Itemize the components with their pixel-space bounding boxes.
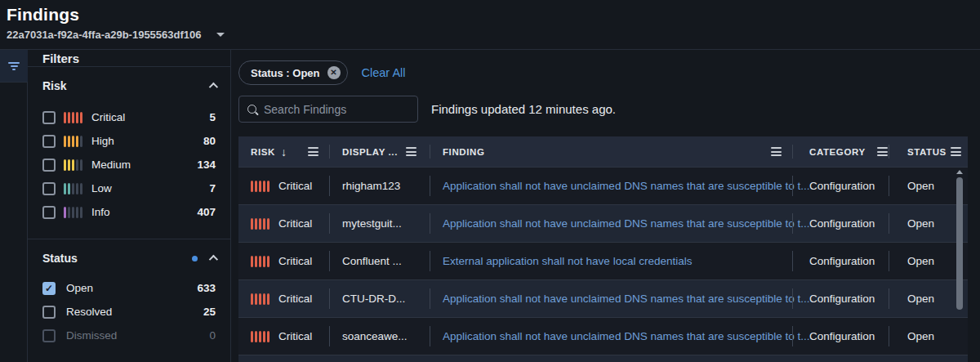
column-menu-icon[interactable]: [951, 147, 961, 156]
filter-item-label: High: [91, 135, 114, 147]
chevron-up-icon[interactable]: [209, 255, 218, 264]
risk-meter-info-icon: [64, 207, 82, 218]
table-row[interactable]: Critical soanceawe... Application shall …: [238, 317, 968, 355]
filter-item-open[interactable]: ✓ Open 633: [42, 276, 216, 300]
finding-link[interactable]: Application shall not have unclaimed DNS…: [443, 330, 810, 342]
filter-item-low[interactable]: Low 7: [42, 177, 216, 200]
risk-meter-critical-icon: [251, 256, 270, 267]
risk-meter-critical-icon: [251, 331, 270, 342]
risk-meter-low-icon: [64, 183, 82, 194]
filter-item-dismissed: Dismissed 0: [42, 324, 216, 347]
remove-chip-icon[interactable]: ✕: [327, 66, 341, 79]
filter-item-count: 407: [197, 206, 216, 218]
status-cell: Open: [907, 293, 934, 305]
table-row[interactable]: Critical CTU-DR-D... Application shall n…: [238, 279, 968, 317]
filter-item-resolved[interactable]: Resolved 25: [42, 300, 216, 324]
column-header-status[interactable]: STATUS: [889, 136, 968, 167]
search-box[interactable]: [238, 96, 418, 123]
filter-section-risk: Risk Critical 5 High 80: [28, 67, 230, 239]
finding-link[interactable]: Application shall not have unclaimed DNS…: [443, 217, 810, 230]
status-cell: Open: [907, 217, 934, 230]
filter-item-label: Dismissed: [66, 329, 117, 342]
risk-meter-critical-icon: [251, 218, 270, 230]
filter-item-high[interactable]: High 80: [42, 129, 216, 153]
checkbox-high[interactable]: [42, 135, 56, 148]
filters-toggle-button[interactable]: [0, 50, 28, 83]
scrollbar-thumb[interactable]: [956, 177, 963, 310]
filter-item-critical[interactable]: Critical 5: [42, 105, 216, 129]
findings-table: RISK ↓ DISPLAY ... FINDING CATEGORY: [238, 136, 968, 362]
checkbox-critical[interactable]: [42, 111, 56, 124]
display-name-cell: mytestguit...: [342, 217, 402, 230]
checkbox-open-checked[interactable]: ✓: [42, 282, 56, 295]
filter-item-label: Info: [91, 206, 110, 218]
filter-item-count: 633: [197, 282, 216, 294]
filter-item-medium[interactable]: Medium 134: [42, 153, 216, 177]
column-header-finding[interactable]: FINDING: [430, 136, 793, 167]
category-cell: Configuration: [809, 180, 875, 192]
filter-chip-status-open[interactable]: Status : Open ✕: [238, 60, 348, 85]
column-header-risk[interactable]: RISK ↓: [238, 136, 330, 167]
scope-selector[interactable]: 22a7031a-f92a-4ffa-a29b-1955563df106: [7, 29, 980, 41]
filter-item-count: 7: [209, 182, 216, 194]
chevron-down-icon: [216, 33, 225, 37]
table-row[interactable]: Critical Confluent ... External applicat…: [238, 242, 968, 279]
risk-cell: Critical: [278, 293, 312, 305]
risk-meter-critical-icon: [251, 293, 270, 305]
column-header-display-name[interactable]: DISPLAY ...: [330, 136, 430, 167]
risk-meter-critical-icon: [64, 112, 82, 123]
table-header-row: RISK ↓ DISPLAY ... FINDING CATEGORY: [238, 136, 968, 167]
column-header-category[interactable]: CATEGORY: [793, 136, 889, 167]
filter-item-count: 25: [203, 306, 216, 318]
status-cell: Open: [907, 255, 934, 267]
column-menu-icon[interactable]: [877, 147, 888, 156]
filter-icon: [8, 62, 20, 70]
display-name-cell: CTU-DR-D...: [342, 293, 405, 305]
filter-item-count: 80: [203, 135, 216, 147]
filters-title: Filters: [28, 50, 230, 67]
checkbox-resolved[interactable]: [42, 306, 56, 319]
filters-sidebar: Filters Risk Critical 5 High 80: [28, 50, 231, 362]
table-scrollbar[interactable]: [956, 170, 963, 333]
category-cell: Configuration: [809, 330, 875, 342]
search-input[interactable]: [264, 103, 394, 116]
filter-section-status: Status ✓ Open 633 Resolved 25 Dismissed: [28, 239, 230, 362]
scroll-up-icon[interactable]: [956, 170, 963, 174]
checkbox-info[interactable]: [42, 206, 56, 219]
risk-section-header[interactable]: Risk: [42, 79, 216, 92]
filter-item-count: 134: [197, 159, 216, 171]
checkbox-low[interactable]: [42, 182, 56, 195]
finding-link[interactable]: Application shall not have unclaimed DNS…: [443, 180, 810, 192]
filter-chip-label: Status : Open: [251, 67, 320, 79]
active-filter-dot: [192, 256, 198, 261]
column-menu-icon[interactable]: [308, 147, 318, 156]
column-menu-icon[interactable]: [406, 147, 416, 156]
filter-item-label: Open: [66, 282, 93, 294]
status-cell: Open: [907, 180, 934, 192]
top-header: Findings 22a7031a-f92a-4ffa-a29b-1955563…: [0, 0, 980, 49]
risk-meter-critical-icon: [251, 181, 270, 192]
content-area: Filters Risk Critical 5 High 80: [0, 49, 980, 362]
table-row[interactable]: Critical mytestguit... Application shall…: [238, 204, 968, 242]
status-cell: Open: [907, 330, 934, 342]
clear-all-link[interactable]: Clear All: [362, 66, 406, 79]
scope-id: 22a7031a-f92a-4ffa-a29b-1955563df106: [7, 29, 202, 41]
sort-desc-icon[interactable]: ↓: [281, 145, 287, 159]
table-row-partial: [238, 355, 968, 362]
chevron-up-icon[interactable]: [209, 83, 218, 92]
column-menu-icon[interactable]: [771, 147, 782, 156]
checkbox-medium[interactable]: [42, 159, 56, 172]
table-row[interactable]: Critical rhigham123 Application shall no…: [238, 167, 968, 204]
column-label: FINDING: [443, 147, 484, 157]
updated-status-text: Findings updated 12 minutes ago.: [431, 102, 616, 116]
filter-item-info[interactable]: Info 407: [42, 200, 216, 224]
status-section-header[interactable]: Status: [42, 252, 216, 265]
finding-link[interactable]: External application shall not have loca…: [443, 255, 692, 267]
status-filter-list: ✓ Open 633 Resolved 25 Dismissed 0: [42, 276, 216, 347]
finding-link[interactable]: Application shall not have unclaimed DNS…: [443, 293, 810, 305]
active-filters-bar: Status : Open ✕ Clear All: [238, 60, 980, 85]
risk-cell: Critical: [278, 330, 312, 342]
page-title: Findings: [7, 5, 980, 25]
risk-cell: Critical: [278, 180, 312, 192]
column-label: RISK: [251, 147, 275, 157]
